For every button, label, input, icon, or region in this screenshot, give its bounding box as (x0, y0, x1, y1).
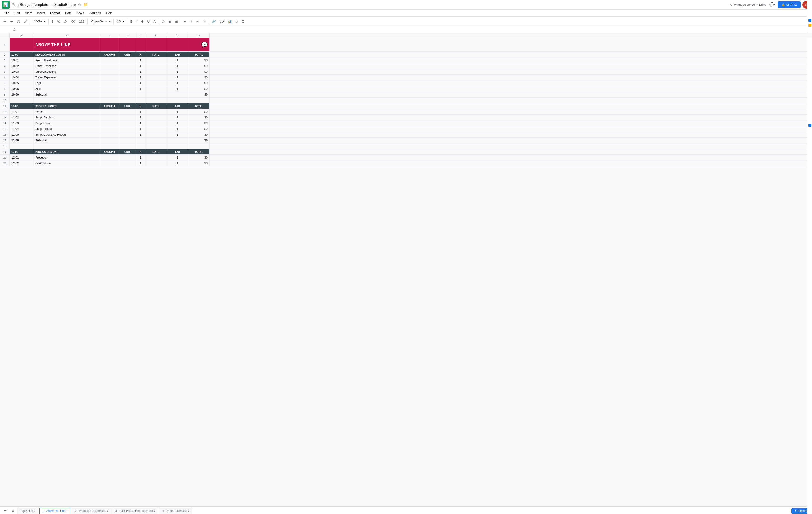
tab-other-expenses[interactable]: 4 - Other Expenses ▾ (159, 508, 192, 514)
cell-16-f[interactable] (145, 132, 167, 137)
cell-20-a[interactable]: 12-01 (9, 155, 33, 160)
paint-format-button[interactable]: 🖌 (22, 19, 29, 24)
link-button[interactable]: 🔗 (210, 19, 217, 24)
cell-15-f[interactable] (145, 126, 167, 132)
cell-14-a[interactable]: 11-03 (9, 120, 33, 126)
cell-3-f[interactable] (145, 57, 167, 63)
cell-19-c[interactable]: AMOUNT (100, 149, 119, 155)
cell-2-e[interactable]: X (136, 52, 145, 57)
cell-4-h[interactable]: $0 (188, 63, 210, 69)
cell-9-g[interactable] (167, 92, 188, 97)
cell-20-f[interactable] (145, 155, 167, 160)
bold-button[interactable]: B (129, 19, 134, 24)
cell-11-d[interactable]: UNIT (119, 103, 136, 109)
cell-8-g[interactable]: 1 (167, 86, 188, 91)
cell-16-c[interactable] (100, 132, 119, 137)
cell-8-h[interactable]: $0 (188, 86, 210, 91)
cell-4-f[interactable] (145, 63, 167, 69)
cell-2-c[interactable]: AMOUNT (100, 52, 119, 57)
tab-above-the-line[interactable]: 1 - Above the Line ▾ (39, 508, 71, 514)
cell-2-b[interactable]: DEVELOPMENT COSTS (33, 52, 100, 57)
cell-18-d[interactable] (119, 143, 136, 149)
decimal-inc-button[interactable]: .00 (69, 19, 77, 24)
cell-14-e[interactable]: 1 (136, 120, 145, 126)
col-header-h[interactable]: H (188, 33, 210, 38)
print-button[interactable]: 🖨 (15, 19, 22, 24)
col-header-a[interactable]: A (9, 33, 33, 38)
cell-1-c[interactable] (100, 38, 119, 52)
cell-7-a[interactable]: 10-05 (9, 80, 33, 86)
cell-13-g[interactable]: 1 (167, 115, 188, 120)
cell-8-f[interactable] (145, 86, 167, 91)
wrap-button[interactable]: ↵ (195, 19, 201, 24)
cell-1-f[interactable] (145, 38, 167, 52)
cell-7-g[interactable]: 1 (167, 80, 188, 86)
cell-11-c[interactable]: AMOUNT (100, 103, 119, 109)
cell-12-e[interactable]: 1 (136, 109, 145, 114)
align-button[interactable]: ≡ (182, 19, 187, 24)
cell-17-g[interactable] (167, 138, 188, 143)
cell-12-b[interactable]: Writers (33, 109, 100, 114)
add-sheet-button[interactable]: + (2, 508, 8, 514)
col-header-f[interactable]: F (145, 33, 167, 38)
cell-18-b[interactable] (33, 143, 100, 149)
cell-18-h[interactable] (188, 143, 210, 149)
tab-top-sheet[interactable]: Top Sheet ▾ (17, 508, 38, 514)
cell-6-b[interactable]: Travel Expenses (33, 75, 100, 80)
menu-edit[interactable]: Edit (12, 10, 22, 16)
cell-6-g[interactable]: 1 (167, 75, 188, 80)
menu-insert[interactable]: Insert (34, 10, 47, 16)
cell-14-d[interactable] (119, 120, 136, 126)
cell-5-h[interactable]: $0 (188, 69, 210, 74)
cell-17-a[interactable]: 11-00 (9, 138, 33, 143)
menu-file[interactable]: File (2, 10, 12, 16)
cell-9-b[interactable]: Subtotal (33, 92, 100, 97)
cell-18-e[interactable] (136, 143, 145, 149)
cell-11-b[interactable]: STORY & RIGHTS (33, 103, 100, 109)
cell-17-c[interactable] (100, 138, 119, 143)
cell-18-a[interactable] (9, 143, 33, 149)
cell-10-f[interactable] (145, 98, 167, 103)
valign-button[interactable]: ⬍ (188, 19, 194, 24)
cell-11-h[interactable]: TOTAL (188, 103, 210, 109)
cell-14-c[interactable] (100, 120, 119, 126)
sidebar-comment-indicator[interactable] (808, 19, 811, 22)
formula-input[interactable] (18, 28, 810, 31)
italic-button[interactable]: I (135, 19, 139, 24)
cell-13-d[interactable] (119, 115, 136, 120)
cell-13-a[interactable]: 11-02 (9, 115, 33, 120)
underline-button[interactable]: U (146, 19, 151, 24)
percent-button[interactable]: % (56, 19, 61, 24)
borders-button[interactable]: ⊞ (167, 19, 173, 24)
cell-6-h[interactable]: $0 (188, 75, 210, 80)
cell-5-e[interactable]: 1 (136, 69, 145, 74)
cell-9-f[interactable] (145, 92, 167, 97)
cell-14-g[interactable]: 1 (167, 120, 188, 126)
chat-icon[interactable]: 💬 (768, 1, 776, 8)
cell-21-d[interactable] (119, 160, 136, 166)
cell-20-b[interactable]: Producer (33, 155, 100, 160)
cell-12-a[interactable]: 11-01 (9, 109, 33, 114)
cell-19-d[interactable]: UNIT (119, 149, 136, 155)
cell-21-h[interactable]: $0 (188, 160, 210, 166)
cell-16-h[interactable]: $0 (188, 132, 210, 137)
cell-13-b[interactable]: Script Purchase (33, 115, 100, 120)
cell-5-a[interactable]: 10-03 (9, 69, 33, 74)
cell-2-g[interactable]: TAB (167, 52, 188, 57)
cell-4-b[interactable]: Office Expenses (33, 63, 100, 69)
cell-2-h[interactable]: TOTAL (188, 52, 210, 57)
cell-6-d[interactable] (119, 75, 136, 80)
cell-11-a[interactable]: 11-00 (9, 103, 33, 109)
cell-19-g[interactable]: TAB (167, 149, 188, 155)
cell-19-b[interactable]: PRODUCERS UNIT (33, 149, 100, 155)
cell-8-e[interactable]: 1 (136, 86, 145, 91)
rotate-button[interactable]: ⟳ (202, 19, 207, 24)
col-header-d[interactable]: D (119, 33, 136, 38)
cell-7-d[interactable] (119, 80, 136, 86)
cell-16-a[interactable]: 11-05 (9, 132, 33, 137)
cell-10-e[interactable] (136, 98, 145, 103)
cell-20-d[interactable] (119, 155, 136, 160)
cell-1-g[interactable] (167, 38, 188, 52)
cell-15-h[interactable]: $0 (188, 126, 210, 132)
cell-3-c[interactable] (100, 57, 119, 63)
